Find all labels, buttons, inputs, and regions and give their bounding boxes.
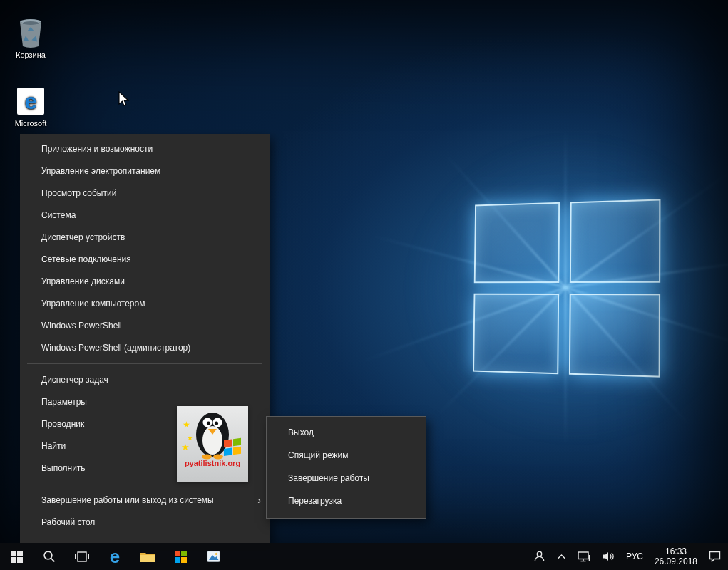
- menu-separator: [27, 484, 262, 484]
- menu-item-desktop[interactable]: Рабочий стол: [20, 512, 270, 534]
- people-icon: [533, 551, 545, 562]
- start-button[interactable]: [0, 543, 33, 570]
- taskbar-store-button[interactable]: [164, 543, 197, 570]
- task-view-button[interactable]: [66, 543, 98, 570]
- penguin-logo-icon: ★ ★ ★: [178, 406, 247, 462]
- svg-text:★: ★: [181, 442, 190, 452]
- desktop-icon-recycle-bin[interactable]: Корзина: [3, 17, 58, 59]
- system-tray: РУС 16:33 26.09.2018: [529, 543, 728, 570]
- volume-button[interactable]: [598, 543, 619, 570]
- action-center-icon: [709, 551, 721, 562]
- menu-item-power-options[interactable]: Управление электропитанием: [20, 160, 270, 182]
- clock[interactable]: 16:33 26.09.2018: [650, 543, 702, 570]
- logo-pane: [474, 202, 560, 283]
- shutdown-submenu: Выход Спящий режим Завершение работы Пер…: [266, 416, 426, 519]
- menu-item-system[interactable]: Система: [20, 204, 270, 227]
- menu-item-event-viewer[interactable]: Просмотр событий: [20, 182, 270, 204]
- recycle-bin-icon: [15, 17, 46, 48]
- taskbar-search-button[interactable]: [33, 543, 66, 570]
- taskbar-photos-button[interactable]: [197, 543, 230, 570]
- windows-desktop: Корзина e Microsoft Приложения и возможн…: [0, 0, 728, 570]
- network-button[interactable]: [573, 543, 595, 570]
- submenu-item-signout[interactable]: Выход: [267, 421, 426, 444]
- logo-pane: [569, 199, 660, 282]
- menu-item-apps-features[interactable]: Приложения и возможности: [20, 138, 270, 160]
- logo-pane: [568, 294, 660, 378]
- menu-item-powershell-admin[interactable]: Windows PowerShell (администратор): [20, 337, 270, 359]
- edge-icon: e: [15, 86, 46, 117]
- desktop-icon-label: Microsoft: [15, 119, 47, 128]
- file-explorer-icon: [140, 551, 155, 563]
- submenu-item-shutdown[interactable]: Завершение работы: [267, 467, 426, 489]
- chevron-up-icon: [557, 554, 566, 560]
- menu-item-computer-management[interactable]: Управление компьютером: [20, 293, 270, 315]
- volume-icon: [603, 551, 615, 561]
- people-button[interactable]: [529, 543, 550, 570]
- menu-item-task-manager[interactable]: Диспетчер задач: [20, 369, 270, 391]
- tray-date: 26.09.2018: [655, 556, 697, 566]
- network-icon: [578, 551, 591, 562]
- taskbar-edge-button[interactable]: e: [98, 543, 131, 570]
- menu-item-disk-management[interactable]: Управление дисками: [20, 271, 270, 293]
- windows-logo-wallpaper: [473, 199, 660, 377]
- watermark-text: pyatilistnik.org: [185, 459, 240, 467]
- svg-text:★: ★: [183, 420, 190, 430]
- language-indicator[interactable]: РУС: [622, 543, 647, 570]
- photos-icon: [207, 551, 220, 562]
- menu-item-label: Завершение работы или выход из системы: [41, 489, 214, 512]
- tray-overflow-button[interactable]: [553, 543, 570, 570]
- menu-item-powershell[interactable]: Windows PowerShell: [20, 315, 270, 337]
- windows-flag-icon: [175, 551, 187, 563]
- menu-item-network-connections[interactable]: Сетевые подключения: [20, 249, 270, 271]
- submenu-item-sleep[interactable]: Спящий режим: [267, 444, 426, 467]
- menu-item-shutdown-signout[interactable]: Завершение работы или выход из системы ›: [20, 489, 270, 512]
- language-label: РУС: [626, 551, 643, 561]
- taskbar: e: [0, 543, 728, 570]
- tray-time: 16:33: [665, 546, 687, 556]
- search-icon: [43, 550, 56, 563]
- task-view-icon: [75, 551, 89, 562]
- menu-item-device-manager[interactable]: Диспетчер устройств: [20, 227, 270, 249]
- chevron-right-icon: ›: [257, 489, 261, 512]
- site-watermark: ★ ★ ★ pyatilistnik.org: [177, 406, 248, 482]
- menu-separator: [27, 363, 262, 364]
- taskbar-file-explorer-button[interactable]: [131, 543, 164, 570]
- svg-text:★: ★: [187, 434, 193, 442]
- logo-pane: [473, 293, 558, 374]
- action-center-button[interactable]: [704, 543, 725, 570]
- desktop-icon-label: Корзина: [16, 51, 46, 59]
- windows-start-icon: [11, 551, 23, 563]
- edge-icon: e: [110, 547, 120, 566]
- submenu-item-restart[interactable]: Перезагрузка: [267, 489, 426, 512]
- desktop-icon-edge[interactable]: e Microsoft: [3, 86, 58, 128]
